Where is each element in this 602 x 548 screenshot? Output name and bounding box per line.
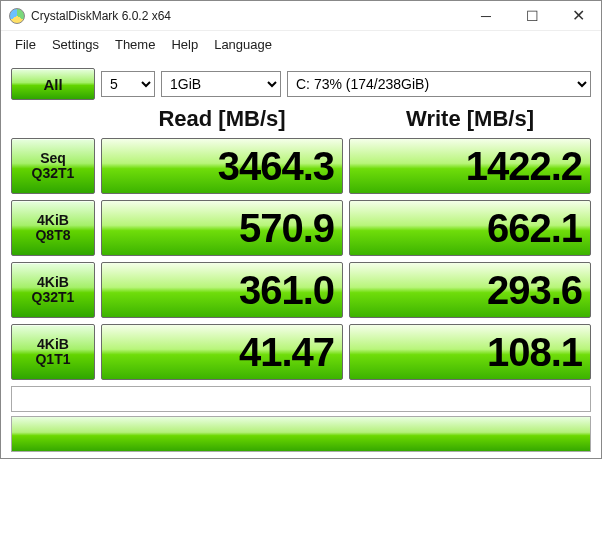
k4q1-read-cell: 41.47 xyxy=(101,324,343,380)
seq-read-value: 3464.3 xyxy=(218,144,334,189)
seq-label-2: Q32T1 xyxy=(32,166,75,181)
status-bar xyxy=(11,386,591,412)
seq-label-1: Seq xyxy=(40,151,66,166)
k4q32-write-cell: 293.6 xyxy=(349,262,591,318)
k4q32-write-value: 293.6 xyxy=(487,268,582,313)
content-area: All 5 1GiB C: 73% (174/238GiB) Read [MB/… xyxy=(1,60,601,458)
seq-write-cell: 1422.2 xyxy=(349,138,591,194)
k4q1-read-value: 41.47 xyxy=(239,330,334,375)
seq-read-cell: 3464.3 xyxy=(101,138,343,194)
k4q8-write-cell: 662.1 xyxy=(349,200,591,256)
menu-help[interactable]: Help xyxy=(165,35,204,54)
k4q8-read-value: 570.9 xyxy=(239,206,334,251)
loops-select[interactable]: 5 xyxy=(101,71,155,97)
size-select[interactable]: 1GiB xyxy=(161,71,281,97)
run-all-button[interactable]: All xyxy=(11,68,95,100)
k4q8-read-cell: 570.9 xyxy=(101,200,343,256)
menu-language[interactable]: Language xyxy=(208,35,278,54)
minimize-button[interactable]: ─ xyxy=(463,1,509,31)
k4q32-label-1: 4KiB xyxy=(37,275,69,290)
run-4k-q32t1-button[interactable]: 4KiB Q32T1 xyxy=(11,262,95,318)
menu-file[interactable]: File xyxy=(9,35,42,54)
k4q8-label-2: Q8T8 xyxy=(35,228,70,243)
close-button[interactable]: ✕ xyxy=(555,1,601,31)
seq-write-value: 1422.2 xyxy=(466,144,582,189)
k4q8-label-1: 4KiB xyxy=(37,213,69,228)
k4q32-label-2: Q32T1 xyxy=(32,290,75,305)
k4q32-read-value: 361.0 xyxy=(239,268,334,313)
titlebar: CrystalDiskMark 6.0.2 x64 ─ ☐ ✕ xyxy=(1,1,601,31)
k4q1-write-value: 108.1 xyxy=(487,330,582,375)
footer-bar xyxy=(11,416,591,452)
k4q1-label-1: 4KiB xyxy=(37,337,69,352)
k4q1-label-2: Q1T1 xyxy=(35,352,70,367)
k4q1-write-cell: 108.1 xyxy=(349,324,591,380)
read-header: Read [MB/s] xyxy=(101,106,343,132)
app-window: CrystalDiskMark 6.0.2 x64 ─ ☐ ✕ File Set… xyxy=(0,0,602,459)
app-icon xyxy=(9,8,25,24)
drive-select[interactable]: C: 73% (174/238GiB) xyxy=(287,71,591,97)
menu-theme[interactable]: Theme xyxy=(109,35,161,54)
run-4k-q1t1-button[interactable]: 4KiB Q1T1 xyxy=(11,324,95,380)
k4q32-read-cell: 361.0 xyxy=(101,262,343,318)
menu-settings[interactable]: Settings xyxy=(46,35,105,54)
run-seq-button[interactable]: Seq Q32T1 xyxy=(11,138,95,194)
maximize-button[interactable]: ☐ xyxy=(509,1,555,31)
write-header: Write [MB/s] xyxy=(349,106,591,132)
run-4k-q8t8-button[interactable]: 4KiB Q8T8 xyxy=(11,200,95,256)
menubar: File Settings Theme Help Language xyxy=(1,31,601,60)
window-title: CrystalDiskMark 6.0.2 x64 xyxy=(31,9,171,23)
run-all-label: All xyxy=(43,76,62,93)
k4q8-write-value: 662.1 xyxy=(487,206,582,251)
